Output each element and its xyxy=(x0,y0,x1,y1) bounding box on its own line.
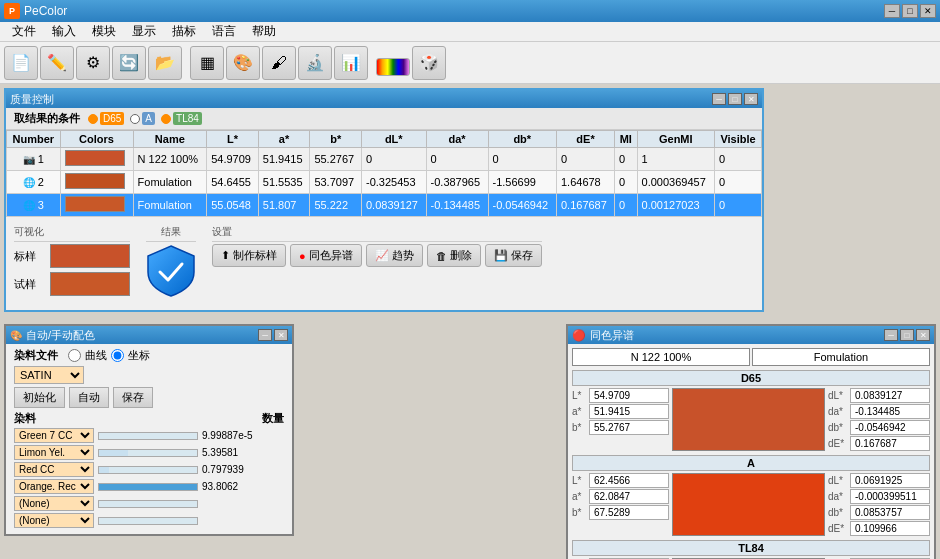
menu-file[interactable]: 文件 xyxy=(4,21,44,42)
app-close-button[interactable]: ✕ xyxy=(920,4,936,18)
dye-item-row: Orange. Rec 93.8062 xyxy=(14,479,284,494)
dye-name-select[interactable]: (None) xyxy=(14,513,94,528)
delete-button[interactable]: 🗑 删除 xyxy=(427,244,481,267)
app-minimize-button[interactable]: ─ xyxy=(884,4,900,18)
col-b: b* xyxy=(310,131,362,148)
standard-label: 标样 xyxy=(14,249,44,264)
menu-input[interactable]: 输入 xyxy=(44,21,84,42)
menu-probe[interactable]: 描标 xyxy=(164,21,204,42)
menu-display[interactable]: 显示 xyxy=(124,21,164,42)
qc-close-button[interactable]: ✕ xyxy=(744,93,758,105)
illuminant-section: TL84 L* 59.3638 a* 56.0848 b* 62.6436 xyxy=(572,540,930,559)
illum-d65-radio[interactable]: D65 xyxy=(88,112,124,125)
curve-radio[interactable] xyxy=(68,349,81,362)
tb-circle-button[interactable]: ⚙ xyxy=(76,46,110,80)
coord-radio[interactable] xyxy=(111,349,124,362)
app-title: PeColor xyxy=(24,4,67,18)
auto-color-close-button[interactable]: ✕ xyxy=(274,329,288,341)
table-row[interactable]: 🌐 3Fomulation55.054851.80755.2220.083912… xyxy=(7,194,762,217)
dye-item-row: Limon Yel. 5.39581 xyxy=(14,445,284,460)
row-dE: 0.167687 xyxy=(556,194,614,217)
dE-val: 0.167687 xyxy=(850,436,930,451)
metamerism-button[interactable]: ● 同色异谱 xyxy=(290,244,362,267)
tb-file-button[interactable]: 📂 xyxy=(148,46,182,80)
tb-refresh-button[interactable]: 🔄 xyxy=(112,46,146,80)
da-label: da* xyxy=(828,406,848,417)
col-name: Name xyxy=(133,131,207,148)
tb-new-button[interactable]: 📄 xyxy=(4,46,38,80)
dye-name-select[interactable]: (None) xyxy=(14,496,94,511)
dye-value: 0.797939 xyxy=(202,464,282,475)
tb-color1-button[interactable]: 🎨 xyxy=(226,46,260,80)
illuminant-section: A L* 62.4566 a* 62.0847 b* 67.5289 xyxy=(572,455,930,536)
color-comp-win-controls: ─ □ ✕ xyxy=(884,329,930,341)
tb-color2-button[interactable]: 🖌 xyxy=(262,46,296,80)
table-row[interactable]: 🌐 2Fomulation54.645551.553553.7097-0.325… xyxy=(7,171,762,194)
b-row: b* 55.2767 xyxy=(572,420,669,435)
make-standard-button[interactable]: ⬆ 制作标样 xyxy=(212,244,286,267)
menu-help[interactable]: 帮助 xyxy=(244,21,284,42)
curve-coord-radio: 曲线 坐标 xyxy=(68,348,150,363)
dL-row: dL* 0.0691925 xyxy=(828,473,930,488)
color-comparison-window: 🔴 同色异谱 ─ □ ✕ N 122 100% Fomulation D65 L… xyxy=(566,324,936,559)
init-button[interactable]: 初始化 xyxy=(14,387,65,408)
tb-edit-button[interactable]: ✏️ xyxy=(40,46,74,80)
a-label: a* xyxy=(572,491,587,502)
tb-grid-button[interactable]: ▦ xyxy=(190,46,224,80)
action-buttons-group: ⬆ 制作标样 ● 同色异谱 📈 趋势 🗑 删除 xyxy=(212,244,542,267)
dye-item-row: Green 7 CC 9.99887e-5 xyxy=(14,428,284,443)
row-dL: 0.0839127 xyxy=(361,194,426,217)
illum-tl84-radio[interactable]: TL84 xyxy=(161,112,202,125)
dye-slider-track[interactable] xyxy=(98,517,198,525)
qc-maximize-button[interactable]: □ xyxy=(728,93,742,105)
row-color-swatch xyxy=(60,194,133,217)
col-L: L* xyxy=(207,131,259,148)
table-row[interactable]: 📷 1N 122 100%54.970951.941555.2767000001… xyxy=(7,148,762,171)
tb-cube-button[interactable]: 🎲 xyxy=(412,46,446,80)
dye-slider-track[interactable] xyxy=(98,483,198,491)
menu-language[interactable]: 语言 xyxy=(204,21,244,42)
trend-button[interactable]: 📈 趋势 xyxy=(366,244,423,267)
dye-slider-track[interactable] xyxy=(98,449,198,457)
qc-minimize-button[interactable]: ─ xyxy=(712,93,726,105)
qc-table: Number Colors Name L* a* b* dL* da* db* … xyxy=(6,130,762,217)
L-row: L* 54.9709 xyxy=(572,388,669,403)
fabric-select[interactable]: SATIN xyxy=(14,366,84,384)
color-comp-close-button[interactable]: ✕ xyxy=(916,329,930,341)
row-a: 51.807 xyxy=(258,194,310,217)
tb-stripe-button[interactable] xyxy=(376,58,410,76)
dye-name-select[interactable]: Red CC xyxy=(14,462,94,477)
col-Visible: Visible xyxy=(715,131,762,148)
row-name: Fomulation xyxy=(133,171,207,194)
auto-button[interactable]: 自动 xyxy=(69,387,109,408)
tb-color4-button[interactable]: 📊 xyxy=(334,46,368,80)
color-comp-maximize-button[interactable]: □ xyxy=(900,329,914,341)
db-label: db* xyxy=(828,422,848,433)
auto-color-minimize-button[interactable]: ─ xyxy=(258,329,272,341)
auto-color-window: 🎨 自动/手动配色 ─ ✕ 染料文件 曲线 坐标 SATIN xyxy=(4,324,294,536)
save-dye-button[interactable]: 保存 xyxy=(113,387,153,408)
dye-name-select[interactable]: Limon Yel. xyxy=(14,445,94,460)
condition-label: 取结果的条件 xyxy=(14,111,80,126)
dye-slider-track[interactable] xyxy=(98,432,198,440)
save-button[interactable]: 💾 保存 xyxy=(485,244,542,267)
db-row: db* 0.0853757 xyxy=(828,505,930,520)
dye-slider-track[interactable] xyxy=(98,466,198,474)
dL-label: dL* xyxy=(828,475,848,486)
da-val: -0.000399511 xyxy=(850,489,930,504)
dye-name-select[interactable]: Green 7 CC xyxy=(14,428,94,443)
dye-name-select[interactable]: Orange. Rec xyxy=(14,479,94,494)
tl84-radio-dot xyxy=(161,114,171,124)
row-name: Fomulation xyxy=(133,194,207,217)
tb-color3-button[interactable]: 🔬 xyxy=(298,46,332,80)
illuminant-title: D65 xyxy=(572,370,930,386)
illum-a-radio[interactable]: A xyxy=(130,112,155,125)
viz-section-label: 可视化 xyxy=(14,225,130,242)
row-L: 55.0548 xyxy=(207,194,259,217)
app-maximize-button[interactable]: □ xyxy=(902,4,918,18)
dye-slider-track[interactable] xyxy=(98,500,198,508)
color-comp-minimize-button[interactable]: ─ xyxy=(884,329,898,341)
menu-module[interactable]: 模块 xyxy=(84,21,124,42)
qty-col-header: 数量 xyxy=(214,411,284,426)
shield-icon xyxy=(146,244,196,299)
